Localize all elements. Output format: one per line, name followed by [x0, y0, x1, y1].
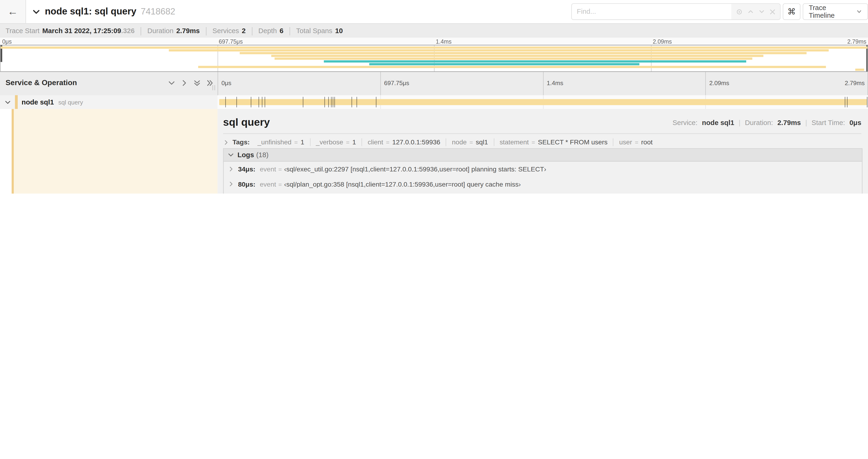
tag-item: _verbose = 1	[310, 138, 362, 146]
minimap-tick: 2.09ms	[653, 38, 672, 45]
span-row-name-cell[interactable]: node sql1 sql query	[0, 95, 217, 110]
log-equals: =	[278, 181, 282, 187]
keyboard-shortcuts-button[interactable]: ⌘	[783, 3, 801, 20]
span-row-timeline-cell[interactable]	[217, 95, 868, 110]
collapse-all-icon[interactable]	[193, 79, 201, 87]
minimap-tick: 1.4ms	[436, 38, 452, 45]
log-marker-tick	[261, 97, 262, 107]
expanded-span-tint	[14, 109, 217, 194]
tag-key: user	[619, 138, 632, 146]
timeline-tick: 2.79ms	[845, 80, 865, 86]
log-row[interactable]: 34μs: event = ‹sql/exec_util.go:2297 [ns…	[223, 162, 862, 176]
timeline-tick: 697.75μs	[384, 80, 409, 86]
clear-find-icon[interactable]	[770, 9, 776, 15]
trace-collapse-toggle[interactable]	[32, 7, 40, 16]
log-marker-tick	[265, 97, 265, 107]
tag-value: 1	[301, 138, 304, 146]
start-time-value: 0μs	[849, 119, 861, 127]
log-field-value: ‹sql/plan_opt.go:358 [nsql1,client=127.0…	[284, 180, 521, 188]
tag-value: SELECT * FROM users	[538, 138, 608, 146]
tag-equals: =	[386, 139, 390, 145]
minimap-span-bar	[169, 49, 828, 52]
locate-icon[interactable]	[736, 8, 743, 15]
tag-equals: =	[635, 139, 639, 145]
services-label: Services	[213, 27, 239, 35]
tag-key: _verbose	[316, 138, 343, 146]
logs-count: (18)	[256, 151, 269, 159]
timeline-header-row: Service & Operation || 0μs 697.75μs	[0, 72, 868, 96]
log-row[interactable]: 142μs: event = ‹sql/catalog/lease/descri…	[223, 192, 862, 194]
duration-label: Duration	[147, 27, 174, 35]
next-match-icon[interactable]	[758, 8, 765, 15]
minimap-canvas[interactable]	[0, 45, 868, 72]
log-marker-tick	[351, 97, 352, 107]
chevron-down-icon[interactable]	[4, 99, 11, 105]
timeline-gridline	[705, 72, 706, 95]
prev-match-icon[interactable]	[747, 8, 754, 15]
service-color-strip	[15, 95, 18, 109]
chevron-down-icon	[856, 9, 862, 14]
minimap-tick-labels: 0μs 697.75μs 1.4ms 2.09ms 2.79ms	[0, 38, 868, 45]
logs-list: 34μs: event = ‹sql/exec_util.go:2297 [ns…	[223, 162, 862, 194]
find-input[interactable]	[572, 4, 731, 19]
duration-label: Duration:	[745, 119, 773, 127]
total-spans-label: Total Spans	[296, 27, 332, 35]
log-timestamp: 34μs:	[238, 165, 255, 173]
view-selector-dropdown[interactable]: Trace Timeline	[803, 3, 868, 20]
find-controls	[731, 4, 780, 19]
depth-value: 6	[280, 27, 283, 35]
log-marker-tick	[331, 97, 331, 107]
log-marker-tick	[251, 97, 251, 107]
span-operation-name: sql query	[58, 99, 83, 105]
minimap-right-scrubber[interactable]	[866, 45, 868, 72]
tag-equals: =	[294, 139, 298, 145]
span-service-name: node sql1	[22, 98, 54, 106]
log-marker-tick	[258, 97, 259, 107]
timeline-gridline	[543, 72, 543, 95]
collapse-one-icon[interactable]	[168, 79, 176, 87]
back-arrow-icon: ←	[7, 6, 18, 18]
logs-header[interactable]: Logs (18)	[223, 149, 862, 162]
tag-value: 127.0.0.1:59936	[392, 138, 440, 146]
tag-item: user = root	[614, 138, 658, 146]
log-marker-tick	[335, 97, 335, 107]
trace-title: node sql1: sql query	[45, 6, 136, 17]
logs-accordion: Logs (18) 34μs: event = ‹sql/exec_util.g…	[223, 148, 862, 194]
log-marker-tick	[324, 97, 325, 107]
tag-key: client	[368, 138, 383, 146]
service-operation-header: Service & Operation	[6, 78, 77, 87]
timeline-tick-labels: 0μs 697.75μs 1.4ms 2.09ms 2.79ms	[217, 72, 868, 95]
column-resizer-handle[interactable]: ||	[212, 84, 216, 90]
span-detail-header[interactable]: sql query Service: node sql1 | Duration:…	[223, 116, 861, 130]
timeline-gridline	[217, 72, 218, 95]
log-row[interactable]: 80μs: event = ‹sql/plan_opt.go:358 [nsql…	[223, 176, 862, 192]
timeline-tick: 1.4ms	[547, 80, 563, 86]
log-marker-tick	[867, 97, 867, 107]
tag-key: statement	[500, 138, 529, 146]
span-row: node sql1 sql query	[0, 95, 868, 109]
span-name-column-extension	[0, 109, 217, 194]
tag-key: node	[452, 138, 467, 146]
timeline-minimap: 0μs 697.75μs 1.4ms 2.09ms 2.79ms	[0, 38, 868, 72]
view-selector-label: Trace Timeline	[809, 4, 853, 19]
timeline-tick: 0μs	[221, 80, 231, 86]
minimap-span-bar	[324, 60, 746, 63]
tag-item: client = 127.0.0.1:59936	[362, 138, 446, 146]
minimap-span-bar	[274, 57, 752, 60]
minimap-span-bar	[0, 46, 867, 49]
span-detail-panel: sql query Service: node sql1 | Duration:…	[217, 109, 868, 194]
service-value: node sql1	[702, 119, 734, 127]
log-marker-tick	[376, 97, 376, 107]
expand-one-icon[interactable]	[180, 79, 188, 87]
tag-equals: =	[469, 139, 473, 145]
tags-accordion[interactable]: Tags: _unfinished = 1 _verbose = 1 clien…	[223, 136, 861, 148]
chevron-right-icon	[223, 139, 229, 145]
minimap-tick: 2.79ms	[847, 38, 866, 45]
log-field-key: event	[260, 165, 276, 173]
service-color-strip	[12, 109, 14, 194]
back-button[interactable]: ←	[0, 0, 26, 23]
total-spans-value: 10	[335, 27, 343, 35]
span-duration-bar[interactable]	[219, 99, 867, 105]
minimap-tick: 697.75μs	[219, 38, 243, 45]
log-marker-tick	[333, 97, 334, 107]
